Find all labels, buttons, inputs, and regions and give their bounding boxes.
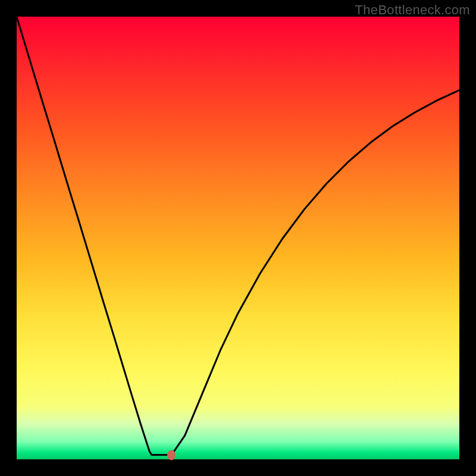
watermark-text: TheBottleneck.com <box>355 2 470 18</box>
optimum-marker <box>167 450 176 460</box>
chart-frame: TheBottleneck.com <box>0 0 476 476</box>
bottleneck-curve <box>17 17 459 459</box>
plot-area <box>17 17 459 459</box>
